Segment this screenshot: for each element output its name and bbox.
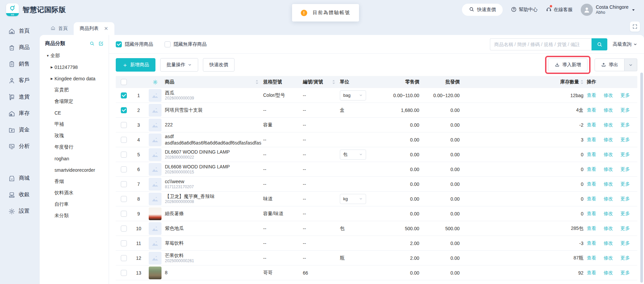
product-thumbnail[interactable] (149, 178, 162, 191)
row-checkbox[interactable] (121, 196, 127, 202)
product-thumbnail[interactable] (149, 119, 162, 131)
unit-select[interactable]: bag (340, 90, 366, 100)
category-item[interactable]: 香烟 (45, 176, 104, 187)
action-edit[interactable]: 修改 (604, 166, 613, 172)
action-view[interactable]: 查看 (587, 122, 596, 128)
action-view[interactable]: 查看 (587, 211, 596, 217)
sidebar-item-customer[interactable]: 客戶 (0, 72, 40, 89)
category-item[interactable]: 玫瑰 (45, 130, 104, 141)
action-more[interactable]: 更多 (620, 137, 630, 143)
action-edit[interactable]: 修改 (604, 107, 613, 113)
product-thumbnail[interactable] (149, 193, 162, 205)
action-view[interactable]: 查看 (587, 166, 596, 172)
tab-home[interactable]: 首頁 (44, 22, 74, 35)
action-edit[interactable]: 修改 (604, 137, 613, 143)
action-view[interactable]: 查看 (587, 226, 596, 232)
add-product-button[interactable]: ＋ 新增商品 (116, 58, 155, 72)
action-edit[interactable]: 修改 (604, 92, 613, 98)
category-search-icon[interactable] (89, 41, 95, 46)
action-more[interactable]: 更多 (620, 240, 630, 246)
action-more[interactable]: 更多 (620, 226, 630, 232)
category-item[interactable]: ▼全部 (45, 50, 104, 62)
tree-caret-right-icon[interactable]: ▶ (49, 77, 55, 80)
action-view[interactable]: 查看 (587, 92, 596, 98)
action-view[interactable]: 查看 (587, 240, 596, 246)
row-checkbox[interactable] (121, 226, 127, 232)
advanced-query-button[interactable]: 高級查詢 (613, 41, 637, 47)
row-checkbox[interactable] (121, 255, 127, 261)
action-more[interactable]: 更多 (620, 152, 630, 158)
row-checkbox[interactable] (121, 92, 127, 98)
category-item[interactable]: 甲補 (45, 119, 104, 130)
sort-by-stock[interactable]: 庫存數量 (462, 79, 587, 85)
action-view[interactable]: 查看 (587, 137, 596, 143)
action-view[interactable]: 查看 (587, 255, 596, 261)
action-more[interactable]: 更多 (620, 92, 630, 98)
sidebar-item-mall[interactable]: 商城 (0, 170, 40, 187)
category-item[interactable]: CE (45, 107, 104, 119)
product-thumbnail[interactable] (149, 252, 162, 265)
action-more[interactable]: 更多 (620, 181, 630, 187)
product-thumbnail[interactable] (149, 222, 162, 235)
category-item[interactable]: roghan (45, 153, 104, 164)
product-thumbnail[interactable] (149, 267, 162, 279)
action-view[interactable]: 查看 (587, 152, 596, 158)
action-view[interactable]: 查看 (587, 196, 596, 202)
sidebar-item-cashier[interactable]: 收銀 (0, 187, 40, 203)
row-checkbox[interactable] (121, 211, 127, 217)
sidebar-item-goods[interactable]: 商品 (0, 39, 40, 56)
sidebar-item-home[interactable]: 首頁 (0, 23, 40, 39)
sidebar-item-purchase[interactable]: 進貨 (0, 89, 40, 105)
sidebar-item-funds[interactable]: 資金 (0, 122, 40, 138)
select-all-checkbox[interactable] (121, 79, 127, 85)
tree-caret-right-icon[interactable]: ▶ (49, 66, 55, 69)
row-checkbox[interactable] (121, 181, 127, 187)
sidebar-item-sales[interactable]: 銷售 (0, 56, 40, 72)
action-edit[interactable]: 修改 (604, 122, 613, 128)
product-thumbnail[interactable] (149, 207, 162, 220)
product-thumbnail[interactable] (149, 148, 162, 161)
row-checkbox[interactable] (121, 166, 127, 172)
category-item[interactable]: ▶Kingdee demo data (45, 73, 104, 84)
help-center-link[interactable]: 幫助中心 (511, 6, 538, 13)
search-button[interactable] (592, 38, 607, 50)
action-more[interactable]: 更多 (620, 166, 630, 172)
action-edit[interactable]: 修改 (604, 152, 613, 158)
batch-actions-button[interactable]: 批量操作 (160, 58, 198, 72)
product-thumbnail[interactable] (149, 237, 162, 250)
action-edit[interactable]: 修改 (604, 240, 613, 246)
action-more[interactable]: 更多 (620, 255, 630, 261)
category-item[interactable]: 富貴肥 (45, 84, 104, 96)
action-view[interactable]: 查看 (587, 270, 596, 276)
category-item[interactable]: 年度發行 (45, 141, 104, 153)
hide-no-stock-checkbox[interactable]: 隱藏無庫存商品 (165, 41, 207, 47)
row-checkbox[interactable] (121, 270, 127, 276)
action-view[interactable]: 查看 (587, 181, 596, 187)
sidebar-item-analysis[interactable]: 分析 (0, 138, 40, 155)
user-menu[interactable]: Costa Chingore Abho (581, 4, 635, 16)
action-edit[interactable]: 修改 (604, 181, 613, 187)
row-checkbox[interactable] (121, 240, 127, 246)
action-edit[interactable]: 修改 (604, 211, 613, 217)
category-item[interactable]: 自行車 (45, 199, 104, 210)
close-icon[interactable]: ✕ (104, 26, 108, 32)
action-more[interactable]: 更多 (620, 270, 630, 276)
row-checkbox[interactable] (121, 107, 127, 113)
product-thumbnail[interactable] (149, 163, 162, 176)
tree-caret-down-icon[interactable]: ▼ (45, 54, 50, 57)
tab-product-list[interactable]: 商品列表✕ (74, 22, 114, 35)
row-checkbox[interactable] (121, 152, 127, 158)
category-item[interactable]: 會場限定 (45, 96, 104, 107)
action-view[interactable]: 查看 (587, 107, 596, 113)
unit-select[interactable]: kg (340, 194, 366, 204)
sidebar-item-settings[interactable]: 設置 (0, 203, 40, 219)
sort-by-code[interactable]: 編號/貨號 (303, 79, 340, 85)
action-edit[interactable]: 修改 (604, 255, 613, 261)
category-item[interactable]: 饮料酒水 (45, 187, 104, 199)
category-item[interactable]: ▶011247798 (45, 62, 104, 73)
category-item[interactable]: 未分類 (45, 210, 104, 221)
action-more[interactable]: 更多 (620, 122, 630, 128)
product-thumbnail[interactable] (149, 104, 162, 117)
product-thumbnail[interactable] (149, 89, 162, 102)
action-edit[interactable]: 修改 (604, 226, 613, 232)
